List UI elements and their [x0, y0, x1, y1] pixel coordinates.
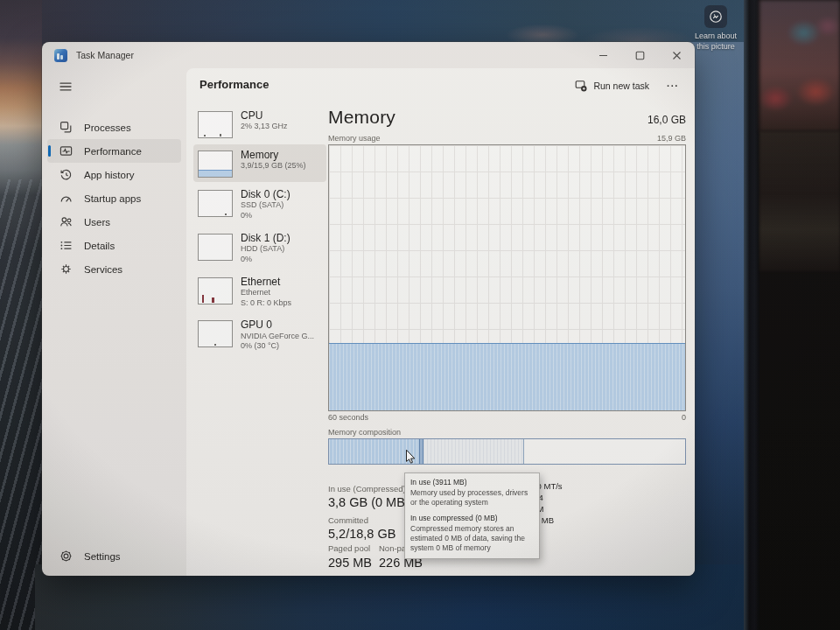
tooltip-body-1: Memory used by processes, drivers or the… [410, 488, 534, 508]
committed-value: 5,2/18,8 GB [328, 527, 396, 541]
mouse-cursor [405, 449, 416, 466]
task-manager-window: Task Manager [42, 42, 695, 576]
memory-composition-label: Memory composition [328, 428, 686, 437]
sidebar-item-label: Processes [84, 122, 131, 133]
learn-about-label-line2: this picture [691, 42, 740, 52]
close-button[interactable] [658, 42, 695, 68]
perf-item-sub: Ethernet [241, 288, 291, 298]
in-use-label: In use (Compressed) [328, 484, 406, 494]
perf-item-title: Ethernet [241, 276, 291, 288]
perf-item-cpu[interactable]: CPU 2% 3,13 GHz [193, 105, 326, 143]
perf-item-title: CPU [241, 109, 288, 122]
window-title: Task Manager [76, 50, 134, 60]
cpu-mini-chart [198, 111, 233, 138]
performance-list: CPU 2% 3,13 GHz Memory 3,9/15,9 GB (25%) [193, 105, 326, 358]
perf-item-title: Disk 1 (D:) [241, 232, 290, 244]
learn-about-picture-button[interactable] [704, 5, 727, 28]
sidebar-item-settings[interactable]: Settings [47, 544, 193, 568]
sidebar-item-services[interactable]: Services [47, 257, 181, 281]
memory-total: 16,0 GB [648, 114, 686, 126]
perf-item-memory[interactable]: Memory 3,9/15,9 GB (25%) [193, 144, 326, 182]
sidebar-item-label: Users [84, 217, 110, 228]
navigation-menu-button[interactable] [52, 75, 79, 98]
monitor-bezel [744, 0, 760, 630]
history-icon [60, 168, 73, 181]
composition-segment-standby[interactable] [424, 439, 524, 464]
perf-item-disk1[interactable]: Disk 1 (D:) HDD (SATA) 0% [193, 228, 326, 270]
details-icon [60, 239, 73, 252]
task-manager-app-icon [54, 49, 67, 62]
learn-about-label-line1: Learn about [691, 32, 740, 42]
perf-item-sub: 0% (30 °C) [241, 341, 314, 352]
x-axis-left-label: 60 seconds [328, 413, 368, 422]
run-new-task-button[interactable]: Run new task [570, 76, 654, 95]
perf-item-sub: SSD (SATA) [241, 200, 290, 211]
sidebar-item-details[interactable]: Details [47, 234, 181, 257]
tooltip-title-2: In use compressed (0 MB) [410, 514, 534, 523]
learn-about-picture-widget[interactable]: Learn about this picture [691, 5, 740, 52]
minimize-button[interactable] [584, 42, 621, 68]
perf-item-sub: 0% [241, 211, 290, 221]
tooltip-title-1: In use (3911 MB) [410, 478, 534, 487]
titlebar: Task Manager [42, 42, 695, 68]
services-icon [60, 262, 73, 276]
perf-item-sub: S: 0 R: 0 Kbps [241, 298, 291, 309]
perf-item-gpu[interactable]: GPU 0 NVIDIA GeForce G... 0% (30 °C) [193, 314, 326, 356]
gear-icon [60, 550, 73, 563]
sidebar-item-processes[interactable]: Processes [47, 116, 181, 139]
disk0-mini-chart [198, 190, 233, 217]
in-use-tooltip: In use (3911 MB) Memory used by processe… [404, 472, 540, 559]
maximize-icon [635, 51, 645, 60]
perf-item-sub: 2% 3,13 GHz [241, 122, 288, 132]
memory-usage-chart [328, 144, 686, 411]
memory-usage-fill [329, 343, 685, 410]
minimize-icon [598, 51, 608, 60]
users-icon [60, 215, 73, 228]
tooltip-body-2: Compressed memory stores an estimated 0 … [410, 524, 534, 553]
perf-item-title: GPU 0 [241, 318, 314, 331]
paged-pool-value: 295 MB [328, 556, 372, 570]
sidebar-item-label: Services [84, 264, 122, 275]
memory-usage-label: Memory usage [328, 134, 381, 143]
window-controls [584, 42, 695, 68]
picture-icon [708, 9, 724, 24]
memory-y-max: 15,9 GB [657, 134, 686, 143]
composition-segment-free[interactable] [524, 439, 685, 464]
perf-item-sub: NVIDIA GeForce G... [241, 332, 314, 342]
photo-of-monitor: Learn about this picture Task Manager [0, 0, 840, 630]
sidebar-item-label: App history [84, 170, 135, 180]
perf-item-sub: 0% [241, 255, 290, 265]
run-new-task-label: Run new task [593, 80, 649, 91]
maximize-button[interactable] [621, 42, 658, 68]
sidebar-item-label: Startup apps [84, 193, 141, 204]
sidebar-item-users[interactable]: Users [47, 210, 181, 234]
sidebar-nav: Processes Performance [47, 116, 181, 281]
sidebar-item-startup-apps[interactable]: Startup apps [47, 186, 181, 210]
hamburger-icon [59, 80, 73, 94]
startup-icon [60, 192, 73, 205]
wallpaper-pier-planks [0, 179, 42, 630]
room-shelf [760, 131, 840, 271]
memory-mini-chart [198, 150, 233, 178]
wall-painting [760, 0, 840, 131]
more-options-button[interactable]: ··· [662, 76, 684, 95]
settings-label: Settings [84, 551, 121, 562]
committed-label: Committed [328, 515, 368, 525]
ellipsis-icon: ··· [667, 80, 679, 91]
gpu-mini-chart [198, 320, 233, 347]
memory-stats: In use (Compressed) 3,8 GB (0 MB) Commit… [328, 470, 686, 576]
sidebar-item-performance[interactable]: Performance [47, 139, 181, 163]
performance-icon [60, 144, 73, 158]
sidebar-item-label: Details [84, 241, 115, 251]
perf-item-disk0[interactable]: Disk 0 (C:) SSD (SATA) 0% [193, 184, 326, 226]
wallpaper-sky [0, 0, 746, 47]
sidebar-item-app-history[interactable]: App history [47, 163, 181, 186]
paged-pool-label: Paged pool [328, 543, 370, 553]
disk1-mini-chart [198, 234, 233, 261]
x-axis-right-label: 0 [682, 413, 686, 422]
perf-item-ethernet[interactable]: Ethernet Ethernet S: 0 R: 0 Kbps [193, 271, 326, 313]
sidebar-item-label: Performance [84, 146, 142, 157]
page-title: Performance [200, 78, 269, 91]
perf-item-sub: 3,9/15,9 GB (25%) [241, 161, 306, 172]
content-area: Performance Run new task ··· [186, 68, 695, 576]
